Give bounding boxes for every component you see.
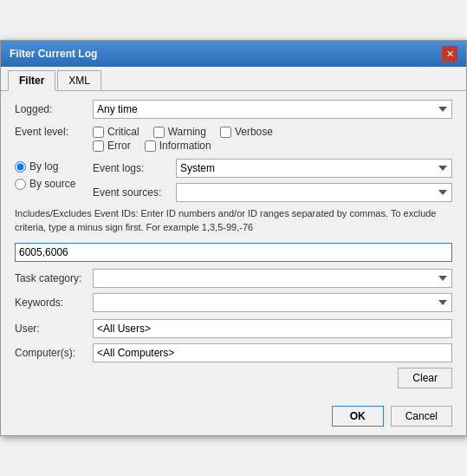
ok-button[interactable]: OK (332, 406, 384, 427)
user-input[interactable]: <All Users> (93, 319, 452, 338)
checkbox-verbose[interactable]: Verbose (220, 126, 273, 138)
user-control: <All Users> (93, 319, 452, 338)
radio-by-log[interactable]: By log (15, 160, 93, 173)
event-sources-label: Event sources: (93, 186, 172, 199)
log-source-row: By log By source Event logs: System (15, 159, 452, 202)
event-logs-dropdown[interactable]: System (176, 159, 452, 178)
event-level-row-label: Event level: Critical Warning Verbose (15, 126, 452, 138)
logged-control: Any time Last hour Last 12 hours Last 24… (93, 100, 452, 119)
tab-filter[interactable]: Filter (8, 70, 55, 91)
filter-dialog: Filter Current Log ✕ Filter XML Logged: … (0, 40, 467, 436)
tab-bar: Filter XML (1, 67, 466, 91)
computer-control: <All Computers> (93, 343, 452, 362)
radio-by-source-label: By source (29, 178, 75, 190)
radio-by-source[interactable]: By source (15, 178, 93, 190)
tab-xml[interactable]: XML (57, 70, 101, 90)
computer-row: Computer(s): <All Computers> (15, 343, 452, 362)
checkbox-error-input[interactable] (93, 140, 104, 152)
logged-row: Logged: Any time Last hour Last 12 hours… (15, 100, 452, 119)
dialog-buttons: OK Cancel (15, 399, 452, 427)
logged-dropdown[interactable]: Any time Last hour Last 12 hours Last 24… (93, 100, 452, 119)
radio-by-source-input[interactable] (15, 179, 26, 190)
clear-row: Clear (15, 368, 452, 388)
keywords-control (93, 293, 452, 312)
task-category-dropdown[interactable] (93, 269, 452, 288)
checkbox-warning-label: Warning (168, 126, 206, 138)
close-button[interactable]: ✕ (442, 46, 457, 62)
checkbox-warning[interactable]: Warning (153, 126, 206, 138)
description-text: Includes/Excludes Event IDs: Enter ID nu… (15, 207, 452, 238)
checkbox-information[interactable]: Information (145, 140, 211, 152)
computer-input[interactable]: <All Computers> (93, 343, 452, 362)
checkbox-information-input[interactable] (145, 140, 156, 152)
checkbox-critical-label: Critical (107, 126, 139, 138)
checkbox-error-label: Error (107, 140, 131, 152)
event-sources-dropdown[interactable] (176, 183, 452, 202)
event-level-row2: Error Information (15, 140, 452, 152)
keywords-row: Keywords: (15, 293, 452, 312)
checkbox-error[interactable]: Error (93, 140, 131, 152)
title-bar: Filter Current Log ✕ (1, 41, 466, 67)
checkbox-critical-input[interactable] (93, 127, 104, 138)
checkbox-warning-input[interactable] (153, 127, 165, 138)
event-level-label: Event level: (15, 126, 93, 138)
user-row: User: <All Users> (15, 319, 452, 338)
keywords-dropdown[interactable] (93, 293, 452, 312)
checkbox-critical[interactable]: Critical (93, 126, 139, 138)
task-category-control (93, 269, 452, 288)
keywords-label: Keywords: (15, 297, 93, 309)
radio-by-log-label: By log (29, 160, 58, 173)
event-id-input[interactable]: 6005,6006 (15, 243, 452, 262)
radio-by-log-input[interactable] (15, 161, 26, 173)
checkbox-verbose-input[interactable] (220, 127, 231, 138)
event-logs-label: Event logs: (93, 162, 172, 174)
dialog-title: Filter Current Log (10, 48, 97, 60)
checkbox-verbose-label: Verbose (235, 126, 273, 138)
clear-button[interactable]: Clear (398, 368, 452, 388)
cancel-button[interactable]: Cancel (391, 406, 452, 427)
checkbox-information-label: Information (159, 140, 211, 152)
task-category-row: Task category: (15, 269, 452, 288)
computer-label: Computer(s): (15, 347, 93, 359)
event-id-row: 6005,6006 (15, 243, 452, 262)
user-label: User: (15, 323, 93, 335)
filter-content: Logged: Any time Last hour Last 12 hours… (1, 91, 466, 435)
logged-label: Logged: (15, 103, 93, 115)
task-category-label: Task category: (15, 272, 93, 284)
